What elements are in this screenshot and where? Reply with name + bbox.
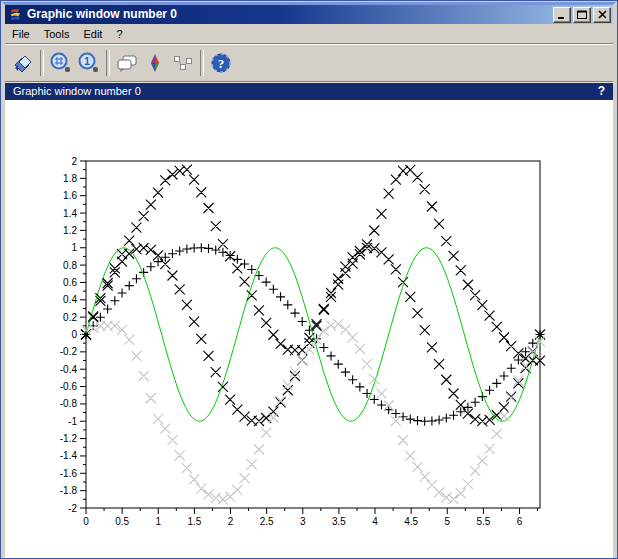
menu-file[interactable]: File <box>5 26 37 42</box>
svg-text:4.5: 4.5 <box>404 516 418 527</box>
copy-window-button[interactable] <box>113 50 141 76</box>
svg-text:-2: -2 <box>68 503 77 514</box>
graphic-window: Graphic window number 0 File Tools Edit … <box>0 0 618 559</box>
infobar-text: Graphic window number 0 <box>13 85 598 97</box>
minimize-icon <box>557 10 567 19</box>
svg-text:1: 1 <box>71 242 77 253</box>
toolbar: 1 <box>5 43 613 81</box>
svg-text:1.2: 1.2 <box>63 225 77 236</box>
svg-text:?: ? <box>218 56 225 71</box>
svg-text:-0.8: -0.8 <box>60 398 78 409</box>
svg-text:0.2: 0.2 <box>63 312 77 323</box>
svg-text:-0.6: -0.6 <box>60 381 78 392</box>
close-button[interactable] <box>593 7 611 23</box>
help-button[interactable]: ? <box>207 50 235 76</box>
zoom-area-button[interactable] <box>47 50 75 76</box>
ged-properties-button[interactable] <box>141 50 169 76</box>
menubar: File Tools Edit ? <box>5 24 613 43</box>
svg-text:-0.4: -0.4 <box>60 364 78 375</box>
infobar: Graphic window number 0 ? <box>5 81 613 100</box>
window-title: Graphic window number 0 <box>27 5 551 24</box>
svg-text:-1.6: -1.6 <box>60 468 78 479</box>
ged-properties-icon <box>143 51 167 75</box>
svg-text:3: 3 <box>300 516 306 527</box>
rotate-icon <box>11 51 35 75</box>
svg-text:0.8: 0.8 <box>63 260 77 271</box>
svg-text:-1.8: -1.8 <box>60 485 78 496</box>
svg-text:1: 1 <box>155 516 161 527</box>
svg-text:4: 4 <box>372 516 378 527</box>
svg-text:2: 2 <box>228 516 234 527</box>
svg-text:1.6: 1.6 <box>63 190 77 201</box>
toolbar-separator <box>106 50 110 76</box>
svg-text:0.5: 0.5 <box>115 516 129 527</box>
svg-text:1.5: 1.5 <box>187 516 201 527</box>
svg-text:-1.2: -1.2 <box>60 433 78 444</box>
svg-text:-1: -1 <box>68 416 77 427</box>
help-icon: ? <box>209 51 233 75</box>
window-frame: Graphic window number 0 File Tools Edit … <box>2 2 616 557</box>
plot-area[interactable]: 00.511.522.533.544.555.5621.81.61.41.210… <box>5 100 615 558</box>
rotate-button[interactable] <box>9 50 37 76</box>
menu-help[interactable]: ? <box>109 26 129 42</box>
zoom-reset-icon: 1 <box>77 51 101 75</box>
svg-text:-1.4: -1.4 <box>60 450 78 461</box>
maximize-icon <box>577 10 587 19</box>
svg-text:3.5: 3.5 <box>332 516 346 527</box>
close-icon <box>598 10 607 19</box>
svg-text:5.5: 5.5 <box>476 516 490 527</box>
toolbar-separator <box>200 50 204 76</box>
svg-text:0.4: 0.4 <box>63 294 77 305</box>
svg-text:1: 1 <box>84 56 90 67</box>
svg-text:2: 2 <box>71 156 77 167</box>
menu-tools[interactable]: Tools <box>37 26 77 42</box>
svg-text:0: 0 <box>83 516 89 527</box>
menu-edit[interactable]: Edit <box>76 26 109 42</box>
zoom-reset-button[interactable]: 1 <box>75 50 103 76</box>
svg-text:2.5: 2.5 <box>260 516 274 527</box>
copy-window-icon <box>115 51 139 75</box>
svg-text:5: 5 <box>444 516 450 527</box>
svg-text:0: 0 <box>71 329 77 340</box>
maximize-button[interactable] <box>573 7 591 23</box>
svg-text:-0.2: -0.2 <box>60 346 78 357</box>
svg-text:1.8: 1.8 <box>63 173 77 184</box>
toolbar-separator <box>40 50 44 76</box>
zoom-area-icon <box>49 51 73 75</box>
datatip-button[interactable] <box>169 50 197 76</box>
scilab-logo-icon <box>8 7 23 22</box>
svg-text:1.4: 1.4 <box>63 208 77 219</box>
infobar-help[interactable]: ? <box>598 84 605 98</box>
svg-text:0.6: 0.6 <box>63 277 77 288</box>
datatip-icon <box>171 51 195 75</box>
figure-canvas[interactable]: 00.511.522.533.544.555.5621.81.61.41.210… <box>5 100 613 558</box>
minimize-button[interactable] <box>553 7 571 23</box>
titlebar[interactable]: Graphic window number 0 <box>5 5 613 24</box>
svg-text:6: 6 <box>517 516 523 527</box>
